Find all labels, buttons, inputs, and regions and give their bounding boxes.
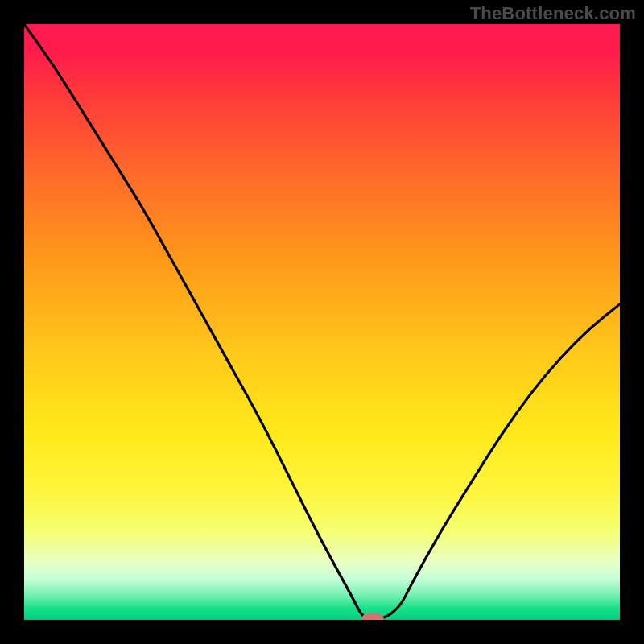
- plot-area: [24, 24, 620, 620]
- bottleneck-curve-path: [24, 24, 620, 620]
- curve-svg: [24, 24, 620, 620]
- chart-frame: TheBottleneck.com: [0, 0, 644, 644]
- optimum-marker: [361, 613, 384, 620]
- watermark-text: TheBottleneck.com: [470, 3, 636, 24]
